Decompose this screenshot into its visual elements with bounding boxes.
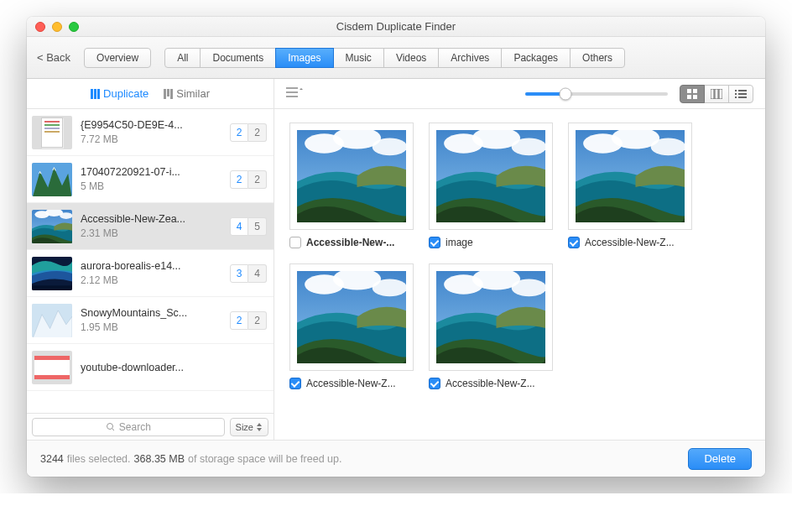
- category-tabs: AllDocumentsImagesMusicVideosArchivesPac…: [164, 48, 625, 68]
- list-item[interactable]: SnowyMountains_Sc...1.95 MB22: [27, 297, 274, 344]
- svg-line-9: [112, 428, 114, 430]
- row-meta: SnowyMountains_Sc...1.95 MB: [81, 307, 221, 333]
- svg-rect-19: [735, 93, 737, 95]
- search-icon: [106, 422, 116, 432]
- view-grid-button[interactable]: [680, 85, 705, 103]
- list-item[interactable]: aurora-borealis-e14...2.12 MB34: [27, 250, 274, 297]
- search-placeholder: Search: [119, 421, 151, 433]
- svg-rect-11: [693, 89, 697, 93]
- card-filename: Accessible-New-Z...: [585, 237, 675, 248]
- delete-button[interactable]: Delete: [688, 448, 752, 470]
- app-window: Cisdem Duplicate Finder < Back Overview …: [27, 17, 765, 477]
- row-counts: 34: [230, 264, 267, 283]
- search-input[interactable]: Search: [32, 418, 225, 436]
- tab-others[interactable]: Others: [570, 48, 625, 68]
- row-counts: 22: [230, 123, 267, 142]
- row-counts: 22: [230, 311, 267, 330]
- row-size: 2.31 MB: [81, 227, 221, 239]
- row-selected-count: 2: [230, 311, 249, 330]
- select-menu-button[interactable]: [286, 86, 303, 102]
- row-filename: {E9954C50-DE9E-4...: [81, 119, 221, 131]
- status-size: 368.35 MB: [134, 453, 185, 465]
- row-filename: SnowyMountains_Sc...: [81, 307, 221, 319]
- card-checkbox[interactable]: [289, 237, 301, 248]
- thumbnail-card[interactable]: image: [429, 123, 553, 248]
- card-checkbox[interactable]: [568, 237, 580, 248]
- tab-packages[interactable]: Packages: [501, 48, 571, 68]
- row-size: 7.72 MB: [81, 133, 221, 145]
- tab-images[interactable]: Images: [275, 48, 333, 68]
- toolbar: < Back Overview AllDocumentsImagesMusicV…: [27, 37, 765, 79]
- duplicate-icon: [91, 89, 100, 99]
- row-filename: aurora-borealis-e14...: [81, 260, 221, 272]
- back-button[interactable]: < Back: [37, 51, 70, 64]
- tab-similar-label: Similar: [176, 87, 210, 100]
- status-count: 3244: [40, 453, 64, 465]
- row-size: 1.95 MB: [81, 321, 221, 333]
- tab-similar[interactable]: Similar: [164, 87, 210, 100]
- list-item[interactable]: 170407220921-07-i...5 MB22: [27, 156, 274, 203]
- thumbnail-card[interactable]: Accessible-New-Z...: [289, 263, 414, 389]
- card-frame: [289, 263, 414, 371]
- thumbnail-grid: Accessible-New-...imageAccessible-New-Z.…: [274, 109, 765, 440]
- thumbnail-card[interactable]: Accessible-New-Z...: [568, 123, 692, 248]
- thumbnail-card[interactable]: Accessible-New-...: [289, 123, 414, 248]
- list-item[interactable]: youtube-downloader...: [27, 344, 274, 391]
- svg-rect-10: [687, 89, 691, 93]
- row-filename: youtube-downloader...: [81, 362, 267, 373]
- row-counts: 22: [230, 170, 267, 189]
- card-checkbox[interactable]: [429, 378, 440, 389]
- thumbnail-card[interactable]: Accessible-New-Z...: [429, 263, 553, 389]
- titlebar: Cisdem Duplicate Finder: [27, 17, 765, 37]
- card-caption: Accessible-New-Z...: [289, 378, 414, 389]
- list-item[interactable]: {E9954C50-DE9E-4...7.72 MB22: [27, 109, 274, 156]
- view-mode-segment: [680, 85, 753, 103]
- card-caption: Accessible-New-Z...: [429, 378, 553, 389]
- tab-all[interactable]: All: [164, 48, 201, 68]
- row-filename: 170407220921-07-i...: [81, 166, 221, 178]
- svg-rect-17: [735, 90, 737, 91]
- main-toolbar: [274, 79, 765, 109]
- svg-rect-18: [738, 90, 747, 91]
- thumbnail-size-slider[interactable]: [525, 92, 668, 96]
- svg-rect-21: [735, 96, 737, 98]
- tab-music[interactable]: Music: [333, 48, 384, 68]
- tab-videos[interactable]: Videos: [383, 48, 439, 68]
- row-thumbnail: [32, 257, 72, 290]
- statusbar: 3244 files selected. 368.35 MB of storag…: [27, 440, 765, 477]
- svg-rect-15: [715, 89, 718, 99]
- view-columns-button[interactable]: [704, 85, 729, 103]
- svg-rect-16: [719, 89, 722, 99]
- tab-documents[interactable]: Documents: [200, 48, 276, 68]
- row-thumbnail: [32, 210, 72, 243]
- view-list-button[interactable]: [728, 85, 753, 103]
- card-caption: image: [429, 237, 553, 248]
- svg-rect-20: [738, 93, 747, 95]
- row-thumbnail: [32, 304, 72, 337]
- card-filename: image: [446, 237, 473, 248]
- duplicate-group-list[interactable]: {E9954C50-DE9E-4...7.72 MB22170407220921…: [27, 109, 274, 413]
- svg-rect-22: [738, 96, 747, 98]
- row-selected-count: 3: [230, 264, 249, 283]
- row-meta: 170407220921-07-i...5 MB: [81, 166, 221, 192]
- svg-point-8: [107, 423, 112, 429]
- row-selected-count: 2: [230, 123, 249, 142]
- card-checkbox[interactable]: [289, 378, 301, 389]
- overview-button[interactable]: Overview: [84, 48, 151, 68]
- card-filename: Accessible-New-Z...: [306, 378, 396, 389]
- row-meta: youtube-downloader...: [81, 362, 267, 373]
- row-size: 5 MB: [81, 180, 221, 192]
- status-text2: of storage space will be freed up.: [188, 453, 341, 465]
- row-size: 2.12 MB: [81, 274, 221, 286]
- row-meta: Accessible-New-Zea...2.31 MB: [81, 213, 221, 239]
- card-checkbox[interactable]: [429, 237, 440, 248]
- row-thumbnail: [32, 116, 72, 149]
- sidebar-mode-tabs: Duplicate Similar: [27, 79, 274, 109]
- sort-label: Size: [236, 422, 253, 432]
- sort-button[interactable]: Size: [230, 418, 268, 436]
- list-item[interactable]: Accessible-New-Zea...2.31 MB45: [27, 203, 274, 250]
- tab-archives[interactable]: Archives: [438, 48, 502, 68]
- card-frame: [429, 263, 553, 371]
- card-caption: Accessible-New-Z...: [568, 237, 692, 248]
- tab-duplicate[interactable]: Duplicate: [91, 87, 148, 100]
